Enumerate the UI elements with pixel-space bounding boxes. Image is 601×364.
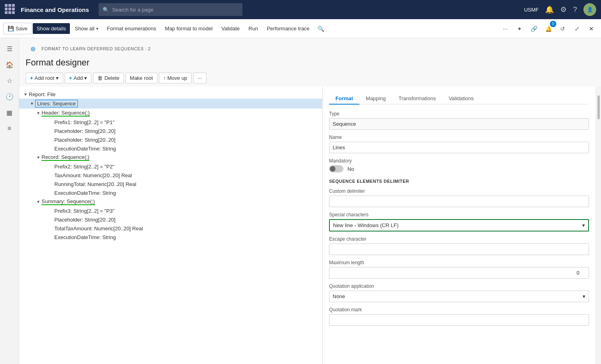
recent-icon[interactable]: 🕐: [2, 89, 17, 104]
breadcrumb: FORMAT TO LEARN DEFERRED SEQUENCES : 2: [40, 46, 151, 51]
tab-transformations[interactable]: Transformations: [392, 93, 442, 105]
list-view-icon[interactable]: ≡: [2, 121, 17, 136]
quotation-app-chevron: ▾: [583, 293, 585, 299]
tree-label-report: Report: File: [29, 91, 56, 97]
run-button[interactable]: Run: [244, 23, 262, 34]
tree-row-placeholder3[interactable]: Placeholder: String[20..20]: [19, 215, 322, 224]
move-up-label: ↑ Move up: [163, 75, 187, 81]
escape-char-input[interactable]: [329, 243, 589, 255]
user-label: USMF: [524, 7, 539, 13]
tree-toggle-prefix1: [48, 119, 54, 125]
name-input[interactable]: [329, 142, 589, 153]
add-root-button[interactable]: + Add root ▾: [26, 73, 63, 83]
tree-row-prefix3[interactable]: Prefix3: String[2..2] = "P3": [19, 206, 322, 215]
tree-toggle-running: [48, 181, 54, 187]
search-toolbar-icon[interactable]: 🔍: [314, 22, 327, 35]
tree-row-execdt1[interactable]: ExecutionDateTime: String: [19, 144, 322, 153]
mandatory-toggle[interactable]: [329, 165, 343, 172]
tab-validations[interactable]: Validations: [442, 93, 480, 105]
show-all-button[interactable]: Show all ▾: [71, 23, 102, 34]
tree-row-lines[interactable]: ▼ Lines: Sequence: [19, 99, 322, 109]
mandatory-field-group: Mandatory No: [329, 158, 589, 172]
custom-delimiter-input[interactable]: [329, 196, 589, 207]
tree-row-totaltax[interactable]: TotalTaxAmount: Numeric[20..20] Real: [19, 224, 322, 233]
app-grid-icon[interactable]: [5, 4, 16, 15]
show-details-button[interactable]: Show details: [33, 23, 70, 34]
scrollbar[interactable]: [595, 87, 601, 364]
move-up-button[interactable]: ↑ Move up: [159, 73, 192, 83]
tree-row-placeholder1[interactable]: Placeholder: String[20..20]: [19, 127, 322, 135]
refresh-button[interactable]: ↺: [556, 22, 569, 35]
add-button[interactable]: + Add ▾: [65, 73, 92, 83]
tree-label-taxamount: TaxAmount: Numeric[20..20] Real: [54, 172, 132, 178]
validate-button[interactable]: Validate: [217, 23, 244, 34]
more-options-button[interactable]: ···: [499, 22, 512, 35]
tree-toggle-summary[interactable]: ▼: [35, 199, 42, 205]
tree-label-prefix3: Prefix3: String[2..2] = "P3": [54, 208, 115, 214]
save-button[interactable]: 💾 Save: [3, 23, 32, 34]
performance-trace-button[interactable]: Performance trace: [263, 23, 313, 34]
tree-row-header[interactable]: ▼ Header: Sequence(;): [19, 109, 322, 118]
expand-button[interactable]: ⤢: [571, 22, 583, 35]
max-length-label: Maximum length: [329, 260, 589, 265]
tree-row-report[interactable]: ▼ Report: File: [19, 90, 322, 99]
add-root-chevron: ▾: [56, 75, 59, 81]
side-icons: ☰ 🏠 ☆ 🕐 ▦ ≡: [0, 38, 19, 364]
quotation-mark-input[interactable]: [329, 314, 589, 326]
more-actions-button[interactable]: ···: [193, 73, 206, 83]
tree-row-taxamount[interactable]: TaxAmount: Numeric[20..20] Real: [19, 171, 322, 180]
search-box[interactable]: 🔍: [99, 3, 242, 16]
max-length-input[interactable]: [329, 267, 589, 279]
map-format-button[interactable]: Map format to model: [161, 23, 216, 34]
tree-row-record[interactable]: ▼ Record: Sequence(;): [19, 153, 322, 162]
star-icon[interactable]: ☆: [2, 73, 17, 88]
tree-label-execdt2: ExecutionDateTime: String: [54, 190, 116, 196]
scrollbar-thumb[interactable]: [597, 95, 600, 119]
avatar[interactable]: 👤: [583, 3, 596, 16]
special-chars-chevron: ▾: [582, 222, 585, 228]
close-button[interactable]: ✕: [585, 22, 598, 35]
home-icon[interactable]: 🏠: [2, 57, 17, 72]
show-all-chevron: ▾: [96, 26, 98, 31]
quotation-mark-group: Quotation mark: [329, 307, 589, 330]
tree-row-placeholder2[interactable]: Placeholder: String[20..20]: [19, 135, 322, 144]
grid-view-icon[interactable]: ▦: [2, 105, 17, 120]
notification-icon[interactable]: 🔔: [545, 5, 554, 14]
special-chars-select[interactable]: New line - Windows (CR LF) ▾: [329, 219, 589, 231]
quotation-app-label: Quotation application: [329, 283, 589, 289]
type-field-group: Type Sequence: [329, 111, 589, 130]
designer-area: ⊛ FORMAT TO LEARN DEFERRED SEQUENCES : 2…: [19, 38, 601, 364]
help-icon[interactable]: ?: [573, 6, 577, 14]
custom-delimiter-group: Custom delimiter: [329, 188, 589, 212]
top-bar-right: USMF 🔔 ⚙ ? 👤: [524, 3, 596, 16]
tree-toggle-report[interactable]: ▼: [22, 91, 29, 97]
make-root-button[interactable]: Make root: [125, 73, 157, 83]
delete-icon: 🗑: [97, 75, 103, 81]
tree-label-header: Header: Sequence(;): [42, 110, 90, 117]
toolbar: 💾 Save Show details Show all ▾ Format en…: [0, 19, 601, 38]
filter-icon[interactable]: ⊛: [26, 42, 40, 56]
external-link-icon[interactable]: 🔗: [528, 22, 540, 35]
quotation-app-select[interactable]: None ▾: [329, 291, 589, 302]
tree-toggle-lines[interactable]: ▼: [29, 101, 35, 107]
tree-toggle-header[interactable]: ▼: [35, 110, 42, 117]
mandatory-toggle-row: No: [329, 165, 589, 172]
split-panel: ▼ Report: File ▼ Lines: Sequence ▼ Heade…: [19, 87, 601, 364]
delete-button[interactable]: 🗑 Delete: [93, 73, 124, 83]
settings-icon[interactable]: ⚙: [560, 5, 567, 14]
app-title: Finance and Operations: [21, 6, 89, 13]
search-input[interactable]: [112, 7, 238, 13]
tree-row-execdt2[interactable]: ExecutionDateTime: String: [19, 188, 322, 197]
tab-format[interactable]: Format: [329, 93, 359, 105]
tree-row-running[interactable]: RunningTotal: Numeric[20..20] Real: [19, 180, 322, 188]
tree-toggle-record[interactable]: ▼: [35, 154, 42, 161]
pin-button[interactable]: ✦: [513, 22, 526, 35]
tree-label-lines: Lines: Sequence: [35, 100, 78, 107]
tree-row-prefix2[interactable]: Prefix2: String[2..2] = "P2": [19, 162, 322, 171]
tree-row-summary[interactable]: ▼ Summary: Sequence(;): [19, 197, 322, 206]
tree-row-execdt3[interactable]: ExecutionDateTime: String: [19, 233, 322, 241]
tree-row-prefix1[interactable]: Prefix1: String[2..2] = "P1": [19, 118, 322, 127]
format-enumerations-button[interactable]: Format enumerations: [103, 23, 161, 34]
tab-mapping[interactable]: Mapping: [359, 93, 392, 105]
hamburger-menu-button[interactable]: ☰: [2, 42, 17, 56]
